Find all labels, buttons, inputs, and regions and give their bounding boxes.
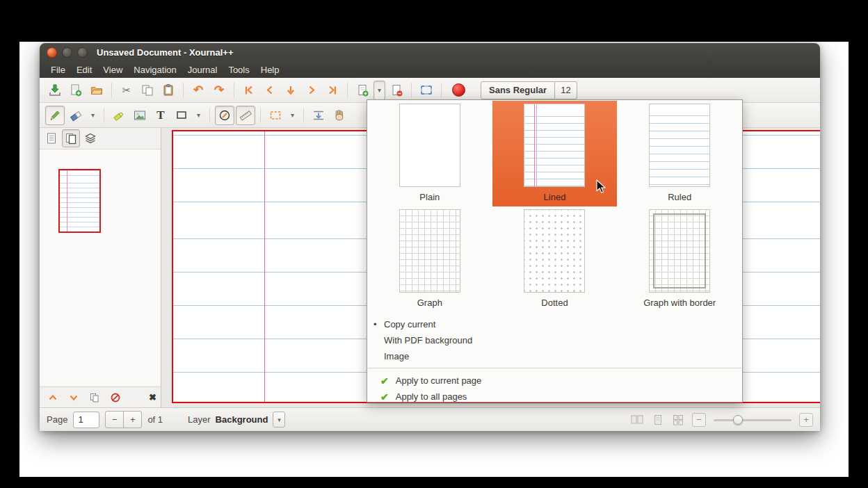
window-title: Unsaved Document - Xournal++: [97, 47, 234, 58]
next-page-button[interactable]: [302, 81, 321, 100]
close-button[interactable]: [47, 47, 57, 58]
previous-page-button[interactable]: [260, 81, 280, 100]
maximize-button[interactable]: [77, 47, 88, 58]
page-increment-button[interactable]: +: [123, 411, 142, 428]
ruler-toggle[interactable]: [236, 106, 255, 125]
zoom-slider-handle[interactable]: [733, 415, 743, 425]
page-decrement-button[interactable]: −: [105, 411, 124, 428]
preview-margin-line: [534, 104, 535, 186]
eraser-tool-button[interactable]: [66, 106, 86, 125]
toolbar-separator: [411, 83, 412, 98]
template-plain[interactable]: Plain: [367, 101, 492, 206]
select-options-dropdown[interactable]: ▾: [287, 106, 298, 125]
text-tool-button[interactable]: T: [151, 106, 170, 125]
grid-view-button[interactable]: [672, 414, 684, 426]
menu-navigation[interactable]: Navigation: [128, 63, 182, 76]
apply-all-pages[interactable]: ✔ Apply to all pages: [367, 389, 742, 405]
template-graph-border-preview: [649, 209, 710, 293]
redo-button[interactable]: ↷: [209, 81, 229, 100]
last-page-button[interactable]: [323, 81, 342, 100]
sidebar-delete-button[interactable]: [106, 389, 124, 407]
insert-page-dropdown[interactable]: ▾: [373, 81, 385, 100]
template-label: Ruled: [668, 192, 691, 202]
apply-label: Apply to current page: [396, 375, 482, 386]
shape-options-dropdown[interactable]: ▾: [193, 106, 204, 125]
chevron-down-icon: [68, 392, 79, 403]
cut-button[interactable]: ✂: [117, 81, 136, 100]
template-ruled[interactable]: Ruled: [617, 101, 742, 206]
minimize-button[interactable]: [62, 47, 72, 58]
sidebar-copy-button[interactable]: [86, 389, 104, 407]
insert-page-button[interactable]: [353, 81, 372, 100]
zoom-out-button[interactable]: −: [692, 413, 706, 427]
copy-button[interactable]: [138, 81, 157, 100]
menu-file[interactable]: File: [45, 63, 71, 76]
chevron-up-icon: [47, 392, 58, 403]
option-copy-current[interactable]: • Copy current: [367, 316, 742, 332]
sidebar-up-button[interactable]: [44, 389, 62, 407]
undo-button[interactable]: ↶: [188, 81, 208, 100]
image-tool-button[interactable]: [130, 106, 150, 125]
contents-tab-button[interactable]: [42, 129, 61, 147]
apply-current-page[interactable]: ✔ Apply to current page: [367, 373, 742, 389]
desktop-background: Unsaved Document - Xournal++ File Edit V…: [19, 42, 849, 477]
preview-inner-border: [653, 213, 706, 288]
shape-recognizer-toggle[interactable]: [215, 106, 234, 125]
paste-button[interactable]: [159, 81, 178, 100]
font-chooser: Sans Regular 12: [481, 81, 577, 99]
save-button[interactable]: [45, 81, 65, 100]
template-graph-preview: [399, 209, 460, 293]
template-dotted[interactable]: Dotted: [492, 206, 618, 312]
record-button[interactable]: [452, 83, 465, 97]
menu-tools[interactable]: Tools: [223, 63, 255, 76]
menu-view[interactable]: View: [97, 63, 128, 76]
dual-page-view-button[interactable]: [630, 414, 644, 426]
single-page-view-button[interactable]: [652, 414, 664, 426]
vertical-space-tool-button[interactable]: [309, 106, 328, 125]
hand-icon: [332, 108, 346, 122]
goto-page-button[interactable]: [281, 81, 300, 100]
preview-tab-button[interactable]: [62, 129, 80, 147]
option-pdf-background[interactable]: With PDF background: [367, 332, 742, 348]
menu-help[interactable]: Help: [255, 63, 285, 76]
zoom-in-button[interactable]: +: [799, 413, 813, 427]
option-image[interactable]: Image: [367, 348, 742, 364]
presentation-icon: [419, 83, 433, 97]
open-button[interactable]: [87, 81, 106, 100]
page-number-input[interactable]: [73, 412, 99, 428]
template-lined-preview: [524, 104, 585, 187]
delete-page-button[interactable]: [387, 81, 406, 100]
font-button[interactable]: Sans Regular: [481, 81, 555, 99]
sidebar-down-button[interactable]: [65, 389, 83, 407]
zoom-slider[interactable]: [714, 413, 791, 427]
highlighter-tool-button[interactable]: [109, 106, 129, 125]
layer-chooser: Layer Background ▾: [188, 412, 285, 428]
eraser-options-dropdown[interactable]: ▾: [87, 106, 99, 125]
layer-dropdown-button[interactable]: ▾: [273, 412, 285, 428]
sidebar-toolbar: [40, 128, 161, 149]
pen-tool-button[interactable]: [45, 106, 65, 125]
template-graph[interactable]: Graph: [367, 206, 492, 312]
new-document-icon: [69, 83, 83, 97]
page-preview-pane: [40, 149, 161, 387]
layers-tab-button[interactable]: [81, 129, 99, 147]
template-graph-border[interactable]: Graph with border: [617, 206, 742, 312]
presentation-button[interactable]: [417, 81, 436, 100]
select-region-icon: [268, 108, 282, 122]
copy-icon: [140, 83, 154, 97]
preview-margin-line: [536, 104, 537, 186]
template-options: • Copy current With PDF background Image: [367, 312, 742, 366]
hand-tool-button[interactable]: [330, 106, 349, 125]
sidebar-close-button[interactable]: ✖: [149, 392, 156, 402]
page-thumbnail[interactable]: [58, 169, 101, 233]
undo-icon: ↶: [193, 84, 203, 96]
font-size-spinner[interactable]: 12: [555, 81, 577, 99]
menu-journal[interactable]: Journal: [182, 63, 223, 76]
select-region-button[interactable]: [266, 106, 285, 125]
new-document-button[interactable]: [66, 81, 86, 100]
thumbnail-margin-line: [67, 170, 67, 231]
menu-edit[interactable]: Edit: [71, 63, 97, 76]
shape-tool-button[interactable]: [172, 106, 191, 125]
apply-label: Apply to all pages: [396, 391, 467, 402]
first-page-button[interactable]: [239, 81, 259, 100]
